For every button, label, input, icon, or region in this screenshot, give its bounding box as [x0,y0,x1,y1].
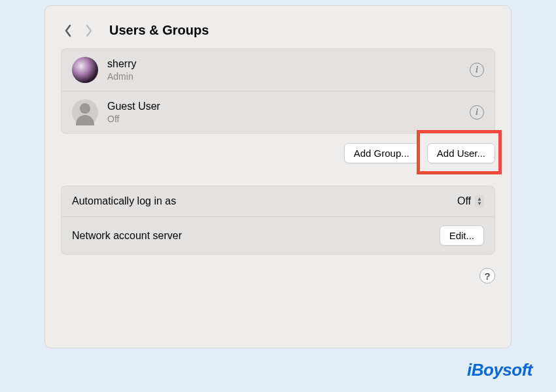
auto-login-value[interactable]: Off ▲▼ [457,195,484,208]
back-icon[interactable] [63,24,73,38]
help-row: ? [61,268,495,284]
user-name: sherry [107,58,460,70]
button-row: Add Group... Add User... [61,143,495,163]
user-row-sherry[interactable]: sherry Admin i [61,49,495,91]
info-icon[interactable]: i [470,63,484,77]
header: Users & Groups [61,18,495,48]
forward-icon [84,24,94,38]
user-role: Off [107,114,460,124]
help-icon[interactable]: ? [479,268,495,284]
avatar-sherry [72,57,98,83]
user-text: sherry Admin [107,58,460,82]
options-section: Automatically log in as Off ▲▼ Network a… [61,186,495,255]
settings-panel: Users & Groups sherry Admin i Guest User… [44,5,512,348]
auto-login-label: Automatically log in as [72,195,448,207]
user-role: Admin [107,71,460,82]
add-user-button[interactable]: Add User... [427,143,495,163]
info-icon[interactable]: i [470,105,484,120]
avatar-guest [72,99,98,125]
auto-login-row: Automatically log in as Off ▲▼ [61,186,495,216]
user-row-guest[interactable]: Guest User Off i [61,91,495,133]
user-name: Guest User [107,101,460,112]
watermark-logo: iBoysoft [467,360,532,380]
edit-button[interactable]: Edit... [440,225,484,246]
add-group-button[interactable]: Add Group... [344,143,419,163]
network-server-row: Network account server Edit... [61,216,495,254]
chevron-updown-icon: ▲▼ [475,195,484,208]
auto-login-value-text: Off [457,195,471,207]
network-server-label: Network account server [72,230,430,242]
user-text: Guest User Off [107,101,460,124]
page-title: Users & Groups [109,23,209,38]
users-section: sherry Admin i Guest User Off i [61,48,495,134]
